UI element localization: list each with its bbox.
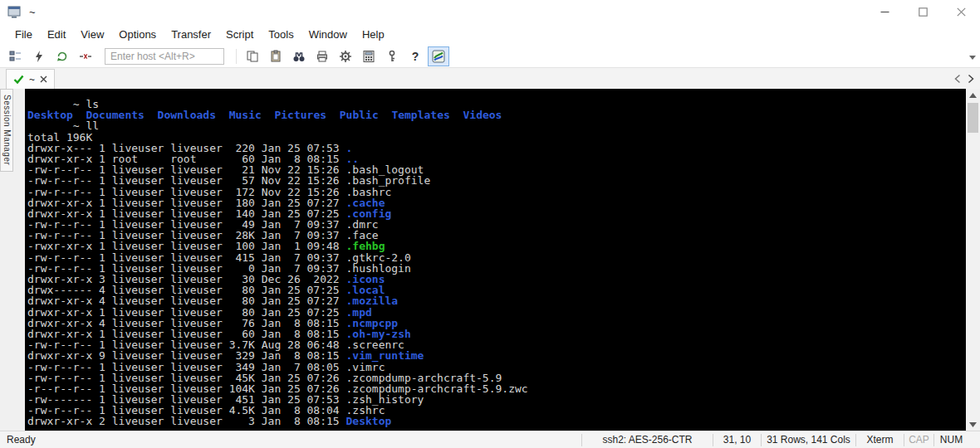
host-input[interactable] [105, 48, 224, 65]
menu-file[interactable]: File [7, 28, 40, 41]
print-button[interactable] [311, 46, 333, 66]
reconnect-icon [56, 50, 69, 63]
copy-button[interactable] [242, 46, 263, 66]
status-bar: Ready ssh2: AES-256-CTR 31, 10 31 Rows, … [0, 431, 980, 448]
status-encryption: ssh2: AES-256-CTR [581, 434, 713, 446]
disconnect-button[interactable] [75, 46, 96, 66]
securefx-button[interactable] [428, 46, 449, 66]
status-terminal-size: 31 Rows, 141 Cols [761, 434, 855, 446]
status-cursor-position: 31, 10 [713, 434, 761, 446]
toolbar: ? [0, 45, 980, 68]
connect-sessions-icon [9, 50, 22, 63]
session-tab[interactable]: ~ [6, 69, 55, 89]
help-icon: ? [412, 50, 419, 63]
menu-options[interactable]: Options [111, 28, 164, 41]
terminal-line: drwxr-xr-x 2 liveuser liveuser 3 Jan 8 0… [27, 416, 966, 426]
window-controls [865, 0, 980, 23]
tab-scroll-controls [953, 73, 976, 85]
help-button[interactable]: ? [404, 46, 426, 66]
window-title: ~ [29, 6, 36, 18]
disconnect-icon [79, 50, 92, 63]
menu-edit[interactable]: Edit [40, 28, 73, 41]
maximize-icon [919, 7, 926, 15]
toolbar-options-chevron[interactable] [968, 53, 978, 61]
session-options-button[interactable] [335, 46, 356, 66]
terminal-output: ~ lsDesktop Documents Downloads Music Pi… [27, 99, 966, 427]
gear-icon [339, 50, 352, 63]
menu-bar: File Edit View Options Transfer Script T… [0, 23, 980, 45]
tab-close-icon[interactable] [40, 75, 47, 83]
main-content: Session Manager ~ lsDesktop Documents Do… [0, 89, 980, 431]
terminal-line: ~ ll [27, 120, 966, 131]
scroll-down-arrow[interactable] [966, 418, 980, 431]
key-button[interactable] [381, 46, 403, 66]
menu-view[interactable]: View [73, 28, 111, 41]
paste-button[interactable] [265, 46, 287, 66]
keypad-button[interactable] [358, 46, 380, 66]
connect-button[interactable] [5, 46, 27, 66]
tab-scroll-left-icon[interactable] [953, 73, 963, 85]
maximize-button[interactable] [904, 0, 942, 23]
title-bar: ~ [0, 0, 980, 23]
close-button[interactable] [942, 0, 980, 23]
binoculars-icon [292, 50, 306, 63]
scroll-up-arrow[interactable] [966, 89, 980, 101]
session-manager-tab[interactable]: Session Manager [0, 89, 13, 172]
quick-connect-button[interactable] [28, 46, 50, 66]
menu-window[interactable]: Window [301, 28, 355, 41]
reconnect-button[interactable] [51, 46, 73, 66]
connected-check-icon [13, 75, 24, 84]
minimize-button[interactable] [865, 0, 904, 23]
terminal[interactable]: ~ lsDesktop Documents Downloads Music Pi… [25, 89, 966, 431]
status-ready: Ready [0, 434, 581, 446]
printer-icon [316, 50, 329, 63]
keypad-icon [362, 50, 375, 63]
tab-label: ~ [29, 74, 35, 85]
scrollbar-thumb[interactable] [968, 103, 978, 133]
lightning-icon [32, 50, 46, 63]
copy-icon [246, 50, 259, 63]
securefx-icon [432, 50, 445, 63]
toolbar-separator [236, 49, 237, 64]
session-manager-pane: Session Manager [0, 89, 25, 431]
menu-script[interactable]: Script [218, 28, 261, 41]
app-icon [7, 5, 22, 18]
tab-scroll-right-icon[interactable] [966, 73, 976, 85]
terminal-scrollbar[interactable] [966, 89, 980, 431]
terminal-line: Desktop Documents Downloads Music Pictur… [27, 110, 966, 120]
tab-bar: ~ [0, 68, 980, 89]
chevron-down-icon [969, 56, 976, 60]
find-button[interactable] [288, 46, 310, 66]
status-num-lock: NUM [933, 434, 968, 446]
paste-icon [269, 50, 282, 63]
menu-help[interactable]: Help [355, 28, 392, 41]
status-emulation: Xterm [855, 434, 904, 446]
menu-tools[interactable]: Tools [261, 28, 301, 41]
key-icon [385, 50, 399, 63]
menu-transfer[interactable]: Transfer [164, 28, 218, 41]
status-caps-lock: CAP [904, 434, 933, 446]
close-icon [957, 7, 964, 15]
